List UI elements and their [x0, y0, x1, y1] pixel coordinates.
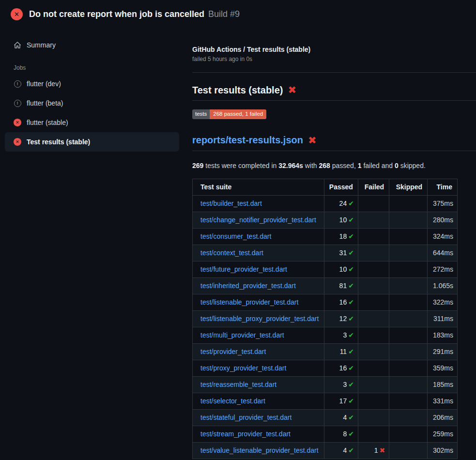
- failed-cell: [358, 212, 389, 228]
- run-header: ✕ Do not create report when job is cance…: [0, 0, 476, 27]
- time-cell: 185ms: [428, 376, 458, 393]
- test-suite-link[interactable]: test/listenable_provider_test.dart: [200, 298, 298, 306]
- sidebar-job-item[interactable]: !flutter (beta): [5, 93, 179, 113]
- table-row: test/selector_test.dart17✔331ms: [193, 393, 458, 409]
- time-cell: 183ms: [428, 327, 458, 343]
- test-suite-link[interactable]: test/consumer_test.dart: [200, 232, 271, 240]
- test-suite-link[interactable]: test/reassemble_test.dart: [200, 381, 276, 388]
- run-meta: failed 5 hours ago in 0s: [192, 56, 476, 62]
- table-row: test/stream_provider_test.dart8✔259ms: [193, 426, 458, 442]
- test-suite-link[interactable]: test/inherited_provider_test.dart: [200, 282, 296, 290]
- sidebar: Summary Jobs !flutter (dev)!flutter (bet…: [0, 27, 184, 152]
- failed-cell: [358, 294, 389, 310]
- test-suite-cell: test/consumer_test.dart: [193, 228, 324, 245]
- passed-cell: 8✔: [324, 426, 358, 442]
- test-suite-link[interactable]: test/change_notifier_provider_test.dart: [200, 216, 316, 224]
- failed-cell: [358, 261, 389, 277]
- time-cell: 311ms: [428, 310, 458, 327]
- test-suite-link[interactable]: test/proxy_provider_test.dart: [200, 364, 286, 372]
- check-icon: ✔: [348, 381, 354, 388]
- table-row: test/builder_test.dart24✔375ms: [193, 195, 458, 212]
- jobs-list: !flutter (dev)!flutter (beta)✕flutter (s…: [0, 74, 184, 152]
- report-file-link[interactable]: reports/test-results.json: [192, 135, 303, 146]
- report-heading: reports/test-results.json ✖: [192, 135, 476, 146]
- run-title: Do not create report when job is cancell…: [29, 9, 204, 19]
- test-suite-link[interactable]: test/value_listenable_provider_test.dart: [200, 446, 319, 454]
- test-suite-link[interactable]: test/multi_provider_test.dart: [200, 331, 284, 339]
- failed-cell: 1✖: [358, 442, 389, 459]
- table-row: test/listenable_proxy_provider_test.dart…: [193, 310, 458, 327]
- test-suite-link[interactable]: test/builder_test.dart: [200, 199, 262, 207]
- time-cell: 272ms: [428, 261, 458, 277]
- passed-cell: 3✔: [324, 376, 358, 393]
- test-results-table: Test suite Passed Failed Skipped Time te…: [192, 179, 458, 459]
- cross-icon: ✖: [379, 446, 385, 454]
- time-cell: 359ms: [428, 360, 458, 376]
- test-suite-cell: test/proxy_provider_test.dart: [193, 360, 324, 376]
- col-header-time: Time: [428, 179, 458, 195]
- table-row: test/multi_provider_test.dart3✔183ms: [193, 327, 458, 343]
- time-cell: 206ms: [428, 409, 458, 426]
- table-row: test/reassemble_test.dart3✔185ms: [193, 376, 458, 393]
- time-cell: 322ms: [428, 294, 458, 310]
- neutral-status-icon: !: [14, 80, 21, 88]
- col-header-passed: Passed: [324, 179, 358, 195]
- passed-cell: 17✔: [324, 393, 358, 409]
- test-suite-cell: test/multi_provider_test.dart: [193, 327, 324, 343]
- sidebar-item-summary[interactable]: Summary: [5, 35, 179, 55]
- summary-segment: failed and: [362, 162, 395, 169]
- test-suite-link[interactable]: test/provider_test.dart: [200, 348, 266, 355]
- tests-badge-value: 268 passed, 1 failed: [210, 109, 266, 119]
- test-suite-cell: test/listenable_proxy_provider_test.dart: [193, 310, 324, 327]
- test-suite-cell: test/context_test.dart: [193, 245, 324, 261]
- skipped-cell: [389, 442, 428, 459]
- summary-segment: 268: [319, 162, 330, 169]
- summary-segment: 269: [192, 162, 203, 169]
- test-suite-link[interactable]: test/context_test.dart: [200, 249, 263, 257]
- failed-cell: [358, 310, 389, 327]
- failed-cell: [358, 426, 389, 442]
- failed-cell: [358, 228, 389, 245]
- table-row: test/value_listenable_provider_test.dart…: [193, 442, 458, 459]
- sidebar-job-label: flutter (stable): [27, 119, 68, 126]
- failed-cell: [358, 327, 389, 343]
- test-suite-cell: test/future_provider_test.dart: [193, 261, 324, 277]
- table-row: test/stateful_provider_test.dart4✔206ms: [193, 409, 458, 426]
- skipped-cell: [389, 393, 428, 409]
- check-icon: ✔: [348, 199, 354, 207]
- time-cell: 302ms: [428, 442, 458, 459]
- sidebar-job-item[interactable]: !flutter (dev): [5, 74, 179, 93]
- test-suite-link[interactable]: test/future_provider_test.dart: [200, 265, 287, 273]
- run-build-number: Build #9: [208, 9, 240, 19]
- test-suite-cell: test/change_notifier_provider_test.dart: [193, 212, 324, 228]
- skipped-cell: [389, 310, 428, 327]
- skipped-cell: [389, 426, 428, 442]
- jobs-section-label: Jobs: [14, 64, 184, 71]
- skipped-cell: [389, 343, 428, 360]
- table-row: test/consumer_test.dart18✔324ms: [193, 228, 458, 245]
- failed-cell: [358, 376, 389, 393]
- check-icon: ✔: [348, 315, 354, 322]
- sidebar-job-item[interactable]: ✕flutter (stable): [5, 113, 179, 132]
- col-header-skipped: Skipped: [389, 179, 428, 195]
- section-title-text: Test results (stable): [192, 85, 283, 96]
- time-cell: 324ms: [428, 228, 458, 245]
- passed-cell: 81✔: [324, 277, 358, 294]
- skipped-cell: [389, 261, 428, 277]
- passed-cell: 31✔: [324, 245, 358, 261]
- time-cell: 259ms: [428, 426, 458, 442]
- test-suite-link[interactable]: test/listenable_proxy_provider_test.dart: [200, 315, 319, 322]
- test-suite-link[interactable]: test/selector_test.dart: [200, 397, 265, 405]
- check-icon: ✔: [348, 397, 354, 405]
- time-cell: 644ms: [428, 245, 458, 261]
- table-row: test/future_provider_test.dart10✔272ms: [193, 261, 458, 277]
- neutral-status-icon: !: [14, 99, 21, 107]
- breadcrumb: GitHub Actions / Test results (stable): [192, 46, 476, 53]
- check-icon: ✔: [348, 348, 354, 355]
- sidebar-job-item[interactable]: ✕Test results (stable): [5, 132, 179, 152]
- test-suite-cell: test/value_listenable_provider_test.dart: [193, 442, 324, 459]
- test-suite-link[interactable]: test/stateful_provider_test.dart: [200, 414, 292, 421]
- test-suite-cell: test/stateful_provider_test.dart: [193, 409, 324, 426]
- test-suite-link[interactable]: test/stream_provider_test.dart: [200, 430, 291, 438]
- failed-cell: [358, 393, 389, 409]
